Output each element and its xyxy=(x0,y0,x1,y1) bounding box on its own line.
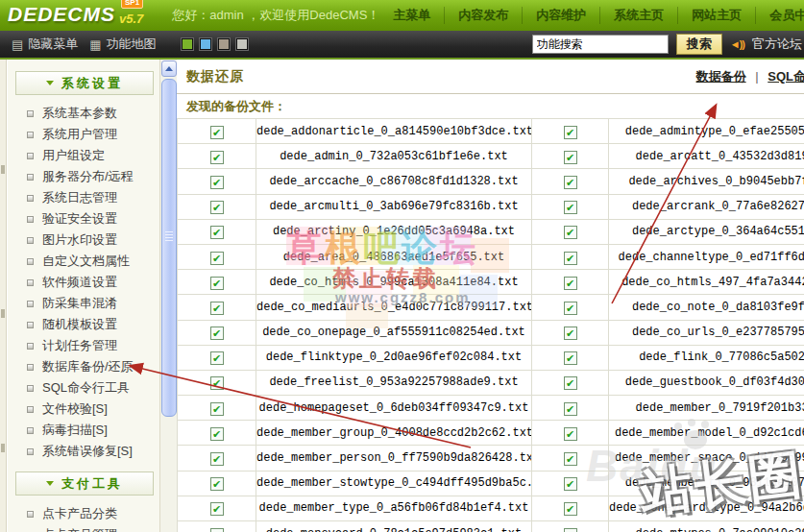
checkbox[interactable]: ✔ xyxy=(564,277,577,290)
checkbox[interactable]: ✔ xyxy=(564,201,577,214)
section-header-payment-tools[interactable]: 支付工具 xyxy=(15,472,154,496)
checkbox[interactable]: ✔ xyxy=(210,402,224,416)
top-menu-item[interactable]: 内容发布 xyxy=(444,7,522,24)
vertical-scrollbar[interactable] xyxy=(159,60,177,532)
checkbox[interactable]: ✔ xyxy=(210,201,224,214)
bullet-icon xyxy=(27,132,34,138)
sidebar-item[interactable]: 文件校验[S] xyxy=(8,399,159,420)
backup-file-name: dede_member_0_7919f201b3358c4d.txt xyxy=(609,396,804,421)
sidebar-item[interactable]: 防采集串混淆 xyxy=(8,293,159,314)
feature-map-button[interactable]: ▦ 功能地图 xyxy=(89,36,156,53)
checkbox[interactable]: ✔ xyxy=(210,477,224,491)
checkbox[interactable]: ✔ xyxy=(210,351,224,365)
scroll-up-button[interactable] xyxy=(161,60,177,77)
sidebar-item[interactable]: 病毒扫描[S] xyxy=(8,420,159,441)
sidebar-item[interactable]: 系统日志管理 xyxy=(8,187,159,208)
checkbox[interactable]: ✔ xyxy=(210,151,224,164)
bullet-icon xyxy=(27,322,34,328)
section-header-system-settings[interactable]: 系统设置 xyxy=(15,71,154,95)
checkbox[interactable]: ✔ xyxy=(210,326,224,340)
app-header: DEDECMS SP1 v5.7 您好：admin ，欢迎使用DedeCMS！ … xyxy=(0,0,804,31)
table-row: ✔ dede_arctiny_0_1e26dd05c3a6948a.txt ✔ … xyxy=(178,219,804,244)
checkbox[interactable]: ✔ xyxy=(564,402,577,416)
backup-file-name: dede_co_note_0_da8103fe9f4637b2.txt xyxy=(609,295,804,320)
checkbox[interactable]: ✔ xyxy=(210,126,224,139)
search-button[interactable]: 搜索 xyxy=(676,34,722,55)
top-menu-item[interactable]: 主菜单 xyxy=(379,7,444,24)
chevron-down-icon xyxy=(46,481,54,486)
sidebar-item[interactable]: 服务器分布/远程 xyxy=(8,166,159,187)
checkbox[interactable]: ✔ xyxy=(210,277,224,290)
bullet-icon xyxy=(27,406,34,413)
sql-tool-link[interactable]: SQL命令行工具 xyxy=(767,69,804,84)
sidebar-item[interactable]: 自定义文档属性 xyxy=(8,251,159,272)
checkbox[interactable]: ✔ xyxy=(210,226,224,239)
sidebar-item[interactable]: 系统用户管理 xyxy=(8,124,159,145)
backup-file-name: dede_moneycard_type_0_94a2b6df41c87e35.t… xyxy=(609,496,804,520)
splitter-notch xyxy=(1,165,5,174)
sidebar-item[interactable]: 系统错误修复[S] xyxy=(8,441,159,462)
scrollbar-thumb[interactable] xyxy=(161,79,177,417)
checkbox[interactable]: ✔ xyxy=(564,126,577,139)
table-row: ✔ dede_flinktype_0_2d0ae96fef02c084.txt … xyxy=(178,345,804,370)
top-menu-item[interactable]: 网站主页 xyxy=(677,7,755,24)
backup-file-name: dede_arccache_0_c86708c8fd1d1328.txt xyxy=(256,169,532,194)
backup-files-label: 发现的备份文件： xyxy=(177,94,804,118)
checkbox[interactable]: ✔ xyxy=(210,528,224,532)
palette-swatch[interactable] xyxy=(218,38,230,50)
checkbox[interactable]: ✔ xyxy=(564,326,577,340)
sidebar-item[interactable]: 系统基本参数 xyxy=(8,103,159,124)
top-menu-item[interactable]: 内容维护 xyxy=(522,7,599,24)
palette-swatch[interactable] xyxy=(236,38,248,50)
checkbox[interactable]: ✔ xyxy=(564,376,577,390)
checkbox[interactable]: ✔ xyxy=(564,151,577,164)
checkbox[interactable]: ✔ xyxy=(210,176,224,189)
backup-file-name: dede_freelist_0_953a92257988ade9.txt xyxy=(256,370,532,395)
table-row: ✔ dede_member_group_0_4008de8ccd2b2c62.t… xyxy=(178,421,804,446)
sidebar-item[interactable]: 随机模板设置 xyxy=(8,314,159,335)
checkbox[interactable]: ✔ xyxy=(210,252,224,265)
sidebar-item[interactable]: SQL命令行工具 xyxy=(8,377,159,399)
official-forum-link[interactable]: 官方论坛 xyxy=(752,36,802,53)
checkbox[interactable]: ✔ xyxy=(564,351,577,365)
hide-menu-button[interactable]: ▤ 隐藏菜单 xyxy=(12,36,78,53)
speaker-icon: ◄)) xyxy=(730,38,744,50)
checkbox[interactable]: ✔ xyxy=(564,528,577,532)
sidebar-item[interactable]: 点卡产品分类 xyxy=(8,503,159,524)
checkbox[interactable]: ✔ xyxy=(564,302,577,315)
checkbox[interactable]: ✔ xyxy=(564,502,577,516)
sidebar-item[interactable]: 点卡产品管理 xyxy=(8,524,159,532)
checkbox[interactable]: ✔ xyxy=(210,376,224,390)
function-search-input[interactable] xyxy=(532,35,669,54)
checkbox[interactable]: ✔ xyxy=(564,252,577,265)
sidebar-item[interactable]: 计划任务管理 xyxy=(8,335,159,356)
sp1-badge: SP1 xyxy=(121,0,143,9)
checkbox[interactable]: ✔ xyxy=(210,452,224,466)
sidebar-item[interactable]: 验证安全设置 xyxy=(8,208,159,230)
sidebar-item[interactable]: 数据库备份/还原 xyxy=(8,356,159,377)
checkbox[interactable]: ✔ xyxy=(210,502,224,516)
checkbox[interactable]: ✔ xyxy=(210,427,224,441)
frame-splitter[interactable] xyxy=(0,60,7,532)
backup-file-name: dede_member_model_0_d92c1cd6b0a37e58.txt xyxy=(609,421,804,446)
palette-swatch[interactable] xyxy=(200,38,211,50)
splitter-notch xyxy=(1,309,5,318)
checkbox[interactable]: ✔ xyxy=(564,477,577,491)
backup-file-name: dede_area_0_486863aed1e5f655.txt xyxy=(256,244,532,269)
checkbox[interactable]: ✔ xyxy=(564,452,577,466)
data-backup-link[interactable]: 数据备份 xyxy=(696,69,746,84)
top-menu-item[interactable]: 系统主页 xyxy=(599,7,677,24)
palette-swatch[interactable] xyxy=(182,38,193,50)
sidebar-item[interactable]: 软件频道设置 xyxy=(8,272,159,293)
backup-file-name: dede_flink_0_77086c5a502193ae.txt xyxy=(609,345,804,370)
checkbox[interactable]: ✔ xyxy=(564,226,577,239)
checkbox[interactable]: ✔ xyxy=(210,302,224,315)
sidebar-item[interactable]: 图片水印设置 xyxy=(8,230,159,251)
checkbox[interactable]: ✔ xyxy=(564,427,577,441)
checkbox[interactable]: ✔ xyxy=(564,176,577,189)
backup-file-name: dede_member_person_0_ff7590b9da826428.tx… xyxy=(256,446,532,471)
thumb-grip xyxy=(165,231,173,243)
top-menu-item[interactable]: 会员中心 xyxy=(755,7,804,24)
sidebar-item[interactable]: 用户组设定 xyxy=(8,145,159,166)
bullet-icon xyxy=(27,258,34,265)
